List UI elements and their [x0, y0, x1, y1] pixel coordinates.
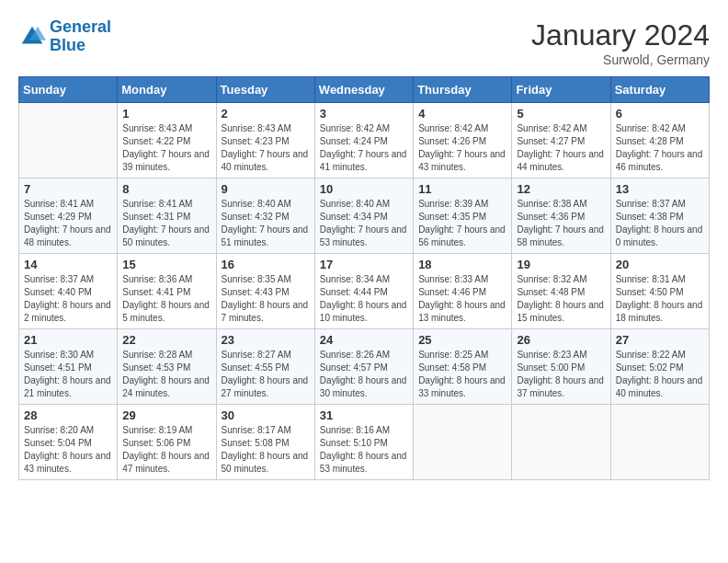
day-number: 12: [517, 182, 605, 196]
logo: General Blue: [18, 18, 111, 55]
day-number: 6: [616, 107, 704, 121]
day-info: Sunrise: 8:40 AMSunset: 4:34 PMDaylight:…: [320, 198, 408, 249]
weekday-header: Monday: [118, 77, 216, 103]
calendar-day-cell: 9Sunrise: 8:40 AMSunset: 4:32 PMDaylight…: [216, 178, 314, 254]
day-info: Sunrise: 8:31 AMSunset: 4:50 PMDaylight:…: [616, 273, 704, 325]
day-number: 16: [222, 258, 310, 271]
day-number: 23: [222, 333, 310, 347]
calendar-day-cell: 7Sunrise: 8:41 AMSunset: 4:29 PMDaylight…: [19, 178, 118, 254]
day-info: Sunrise: 8:17 AMSunset: 5:08 PMDaylight:…: [222, 424, 310, 476]
day-info: Sunrise: 8:42 AMSunset: 4:28 PMDaylight:…: [616, 122, 704, 174]
logo-text: General Blue: [50, 18, 111, 55]
weekday-header: Sunday: [19, 77, 118, 103]
calendar-day-cell: [512, 405, 610, 480]
calendar-day-cell: 11Sunrise: 8:39 AMSunset: 4:35 PMDayligh…: [414, 178, 512, 254]
day-number: 20: [616, 258, 704, 271]
calendar-day-cell: 5Sunrise: 8:42 AMSunset: 4:27 PMDaylight…: [512, 103, 610, 178]
day-info: Sunrise: 8:20 AMSunset: 5:04 PMDaylight:…: [24, 424, 112, 476]
day-number: 30: [222, 408, 310, 422]
day-number: 29: [122, 408, 210, 422]
calendar-day-cell: 4Sunrise: 8:42 AMSunset: 4:26 PMDaylight…: [414, 103, 512, 178]
day-info: Sunrise: 8:37 AMSunset: 4:38 PMDaylight:…: [616, 198, 704, 249]
day-info: Sunrise: 8:25 AMSunset: 4:58 PMDaylight:…: [418, 349, 506, 400]
calendar-day-cell: 26Sunrise: 8:23 AMSunset: 5:00 PMDayligh…: [512, 329, 610, 405]
day-number: 14: [24, 258, 112, 271]
month-title: January 2024: [531, 18, 710, 52]
day-info: Sunrise: 8:16 AMSunset: 5:10 PMDaylight:…: [320, 424, 408, 476]
calendar-day-cell: 13Sunrise: 8:37 AMSunset: 4:38 PMDayligh…: [610, 178, 709, 254]
calendar-day-cell: [19, 103, 118, 178]
day-number: 15: [122, 258, 210, 271]
calendar-day-cell: 17Sunrise: 8:34 AMSunset: 4:44 PMDayligh…: [314, 254, 413, 329]
calendar-day-cell: 18Sunrise: 8:33 AMSunset: 4:46 PMDayligh…: [414, 254, 512, 329]
day-info: Sunrise: 8:33 AMSunset: 4:46 PMDaylight:…: [418, 273, 506, 325]
day-info: Sunrise: 8:32 AMSunset: 4:48 PMDaylight:…: [517, 273, 605, 325]
weekday-header: Thursday: [414, 77, 512, 103]
calendar-day-cell: [414, 405, 512, 480]
weekday-header: Wednesday: [314, 77, 413, 103]
day-number: 22: [122, 333, 210, 347]
day-info: Sunrise: 8:30 AMSunset: 4:51 PMDaylight:…: [24, 349, 112, 400]
calendar-day-cell: 16Sunrise: 8:35 AMSunset: 4:43 PMDayligh…: [216, 254, 314, 329]
day-number: 8: [122, 182, 210, 196]
day-number: 28: [24, 408, 112, 422]
day-info: Sunrise: 8:42 AMSunset: 4:24 PMDaylight:…: [320, 122, 408, 174]
day-number: 11: [418, 182, 506, 196]
day-info: Sunrise: 8:19 AMSunset: 5:06 PMDaylight:…: [122, 424, 210, 476]
day-number: 13: [616, 182, 704, 196]
day-number: 10: [320, 182, 408, 196]
calendar-day-cell: 28Sunrise: 8:20 AMSunset: 5:04 PMDayligh…: [19, 405, 118, 480]
day-number: 21: [24, 333, 112, 347]
day-number: 27: [616, 333, 704, 347]
calendar-day-cell: 24Sunrise: 8:26 AMSunset: 4:57 PMDayligh…: [314, 329, 413, 405]
calendar-day-cell: 21Sunrise: 8:30 AMSunset: 4:51 PMDayligh…: [19, 329, 118, 405]
calendar-day-cell: 2Sunrise: 8:43 AMSunset: 4:23 PMDaylight…: [216, 103, 314, 178]
calendar-day-cell: 14Sunrise: 8:37 AMSunset: 4:40 PMDayligh…: [19, 254, 118, 329]
calendar-day-cell: [610, 405, 709, 480]
calendar-day-cell: 30Sunrise: 8:17 AMSunset: 5:08 PMDayligh…: [216, 405, 314, 480]
day-number: 1: [122, 107, 210, 121]
day-number: 26: [517, 333, 605, 347]
location-subtitle: Surwold, Germany: [531, 52, 710, 67]
day-number: 7: [24, 182, 112, 196]
day-info: Sunrise: 8:22 AMSunset: 5:02 PMDaylight:…: [616, 349, 704, 400]
calendar-day-cell: 8Sunrise: 8:41 AMSunset: 4:31 PMDaylight…: [118, 178, 216, 254]
title-block: January 2024 Surwold, Germany: [531, 18, 710, 67]
day-info: Sunrise: 8:36 AMSunset: 4:41 PMDaylight:…: [122, 273, 210, 325]
calendar-day-cell: 25Sunrise: 8:25 AMSunset: 4:58 PMDayligh…: [414, 329, 512, 405]
day-number: 5: [517, 107, 605, 121]
day-number: 4: [418, 107, 506, 121]
day-info: Sunrise: 8:37 AMSunset: 4:40 PMDaylight:…: [24, 273, 112, 325]
day-number: 19: [517, 258, 605, 271]
day-number: 25: [418, 333, 506, 347]
day-number: 9: [222, 182, 310, 196]
calendar-day-cell: 15Sunrise: 8:36 AMSunset: 4:41 PMDayligh…: [118, 254, 216, 329]
calendar-header-row: SundayMondayTuesdayWednesdayThursdayFrid…: [19, 77, 710, 103]
day-info: Sunrise: 8:39 AMSunset: 4:35 PMDaylight:…: [418, 198, 506, 249]
calendar-day-cell: 31Sunrise: 8:16 AMSunset: 5:10 PMDayligh…: [314, 405, 413, 480]
calendar-week-row: 1Sunrise: 8:43 AMSunset: 4:22 PMDaylight…: [19, 103, 710, 178]
calendar-week-row: 14Sunrise: 8:37 AMSunset: 4:40 PMDayligh…: [19, 254, 710, 329]
day-info: Sunrise: 8:40 AMSunset: 4:32 PMDaylight:…: [222, 198, 310, 249]
day-number: 2: [222, 107, 310, 121]
day-info: Sunrise: 8:34 AMSunset: 4:44 PMDaylight:…: [320, 273, 408, 325]
day-info: Sunrise: 8:35 AMSunset: 4:43 PMDaylight:…: [222, 273, 310, 325]
calendar-table: SundayMondayTuesdayWednesdayThursdayFrid…: [18, 76, 710, 480]
day-number: 18: [418, 258, 506, 271]
day-info: Sunrise: 8:41 AMSunset: 4:29 PMDaylight:…: [24, 198, 112, 249]
calendar-day-cell: 23Sunrise: 8:27 AMSunset: 4:55 PMDayligh…: [216, 329, 314, 405]
calendar-day-cell: 27Sunrise: 8:22 AMSunset: 5:02 PMDayligh…: [610, 329, 709, 405]
day-info: Sunrise: 8:23 AMSunset: 5:00 PMDaylight:…: [517, 349, 605, 400]
calendar-day-cell: 10Sunrise: 8:40 AMSunset: 4:34 PMDayligh…: [314, 178, 413, 254]
calendar-day-cell: 12Sunrise: 8:38 AMSunset: 4:36 PMDayligh…: [512, 178, 610, 254]
calendar-day-cell: 20Sunrise: 8:31 AMSunset: 4:50 PMDayligh…: [610, 254, 709, 329]
day-info: Sunrise: 8:28 AMSunset: 4:53 PMDaylight:…: [122, 349, 210, 400]
calendar-day-cell: 1Sunrise: 8:43 AMSunset: 4:22 PMDaylight…: [118, 103, 216, 178]
calendar-day-cell: 29Sunrise: 8:19 AMSunset: 5:06 PMDayligh…: [118, 405, 216, 480]
day-info: Sunrise: 8:41 AMSunset: 4:31 PMDaylight:…: [122, 198, 210, 249]
calendar-day-cell: 3Sunrise: 8:42 AMSunset: 4:24 PMDaylight…: [314, 103, 413, 178]
day-info: Sunrise: 8:42 AMSunset: 4:26 PMDaylight:…: [418, 122, 506, 174]
day-info: Sunrise: 8:43 AMSunset: 4:22 PMDaylight:…: [122, 122, 210, 174]
day-info: Sunrise: 8:38 AMSunset: 4:36 PMDaylight:…: [517, 198, 605, 249]
day-number: 17: [320, 258, 408, 271]
